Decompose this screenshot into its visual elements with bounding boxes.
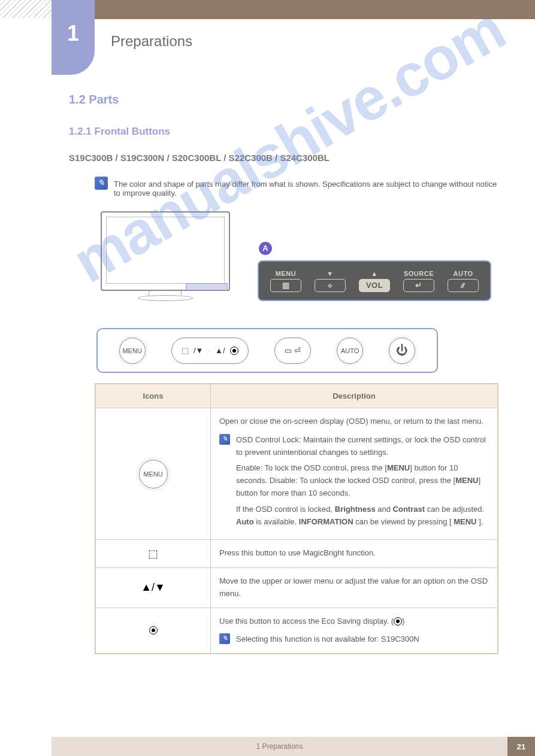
arrows-desc: Move to the upper or lower menu or adjus… [211, 568, 497, 608]
table-header-desc: Description [211, 384, 497, 408]
chapter-tab: 1 [52, 0, 95, 75]
table-header-icons: Icons [96, 384, 211, 408]
auto-key-icon: ⫽ [448, 279, 479, 292]
magicbright-icon: ⬚ [148, 547, 158, 560]
eco-note: Selecting this function is not available… [236, 633, 419, 646]
osd-lock-note: OSD Control Lock: Maintain the current s… [236, 434, 489, 459]
table-row: Use this button to access the Eco Saving… [96, 608, 497, 654]
bottom-button-panel-light: MENU ⬚/▼ · ▲/ ▭⏎ AUTO ⏻ [96, 328, 438, 373]
dark-down-column: ▼ ⟐ [315, 270, 346, 292]
osd-locked-text: If the OSD control is locked, Brightness… [236, 503, 489, 529]
top-bar [52, 0, 535, 19]
up-down-icon: ▲/▼ [141, 581, 165, 594]
marker-a-badge: A [259, 242, 272, 255]
power-button-round: ⏻ [389, 338, 415, 364]
magicbright-icon: ⬚ [182, 346, 189, 355]
magicbright-desc: Press this button to use MagicBright fun… [211, 540, 497, 567]
footer-bar: 1 Preparations [52, 737, 507, 756]
footer-chapter-label: 1 Preparations [52, 742, 507, 751]
down-triangle-icon: ▼ [327, 270, 333, 277]
vol-key-icon: VOL [359, 279, 390, 292]
dark-auto-label: AUTO [454, 270, 473, 277]
page-number: 21 [507, 737, 535, 756]
section-title: 1.2 Parts [69, 93, 119, 107]
note-icon: ✎ [219, 633, 230, 644]
up-triangle-icon: ▲ [371, 270, 377, 277]
subsection-title: 1.2.1 Frontal Buttons [69, 126, 170, 138]
buttons-table: Icons Description MENU Open or close the… [95, 383, 498, 654]
enter-icon: ⏎ [294, 346, 301, 355]
top-button-panel-dark: MENU ▥ ▼ ⟐ ▲ VOL SOURCE ↵ AUTO ⫽ [258, 260, 491, 301]
dark-auto-column: AUTO ⫽ [448, 270, 479, 292]
source-box-icon: ▭ [285, 346, 292, 355]
dark-menu-label: MENU [276, 270, 296, 277]
table-row: MENU Open or close the on-screen display… [96, 408, 497, 540]
eco-dot-icon [230, 347, 238, 355]
dark-up-column: ▲ VOL [359, 270, 390, 292]
menu-button-icon: MENU [139, 460, 168, 488]
dark-source-column: SOURCE ↵ [403, 270, 434, 292]
menu-key-icon: ▥ [270, 279, 301, 292]
eco-dot-icon-inline [394, 617, 402, 626]
chapter-title: Preparations [111, 33, 192, 50]
eco-desc: Use this button to access the Eco Saving… [219, 615, 489, 628]
hatching-decoration [0, 0, 52, 18]
note-icon: ✎ [219, 434, 230, 445]
auto-button-round: AUTO [337, 338, 363, 364]
note-text: The color and shape of parts may differ … [114, 180, 497, 198]
note-icon: ✎ [95, 177, 108, 190]
enter-key-icon: ↵ [403, 279, 434, 292]
dark-menu-column: MENU ▥ [270, 270, 301, 292]
menu-button-round: MENU [119, 338, 146, 364]
menu-desc-line: Open or close the on-screen display (OSD… [219, 415, 489, 428]
power-icon: ⏻ [396, 344, 408, 357]
model-line: S19C300B / S19C300N / S20C300BL / S22C30… [69, 153, 330, 163]
table-row: ⬚ Press this button to use MagicBright f… [96, 540, 497, 568]
nav-pill: ⬚/▼ · ▲/ [171, 338, 249, 364]
table-row: ▲/▼ Move to the upper or lower menu or a… [96, 568, 497, 608]
source-pill: ▭⏎ [274, 338, 311, 364]
eco-dot-icon [149, 626, 158, 634]
dark-source-label: SOURCE [404, 270, 434, 277]
monitor-illustration [101, 211, 231, 307]
osd-enable-text: Enable: To lock the OSD control, press t… [236, 462, 489, 499]
brightness-key-icon: ⟐ [315, 279, 346, 292]
